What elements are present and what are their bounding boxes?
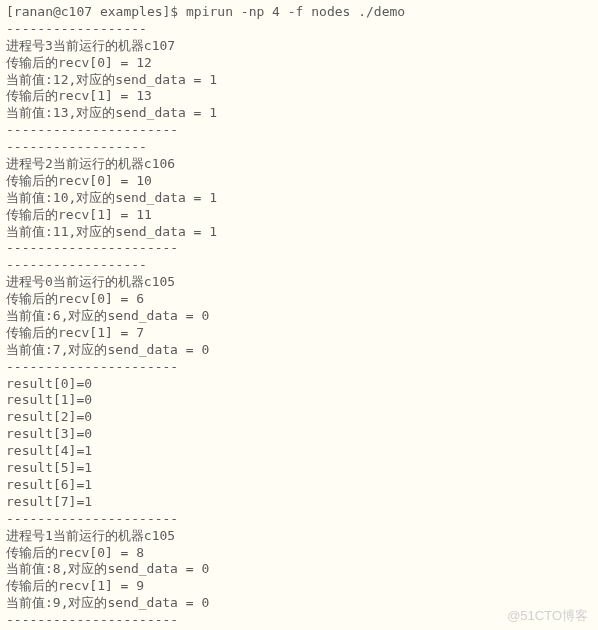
- output-line: 当前值:9,对应的send_data = 0: [6, 595, 592, 612]
- output-line: 传输后的recv[0] = 12: [6, 55, 592, 72]
- result-line: result[0]=0: [6, 376, 592, 393]
- result-line: result[5]=1: [6, 460, 592, 477]
- result-line: result[1]=0: [6, 392, 592, 409]
- separator: ------------------: [6, 257, 592, 274]
- proc-header: 进程号1当前运行的机器c105: [6, 528, 592, 545]
- separator: ----------------------: [6, 359, 592, 376]
- output-line: 传输后的recv[0] = 8: [6, 545, 592, 562]
- separator: ----------------------: [6, 511, 592, 528]
- result-line: result[2]=0: [6, 409, 592, 426]
- shell-prompt: [ranan@c107 examples]$ mpirun -np 4 -f n…: [6, 4, 592, 21]
- output-line: 传输后的recv[1] = 13: [6, 88, 592, 105]
- output-line: 传输后的recv[1] = 11: [6, 207, 592, 224]
- output-line: 当前值:6,对应的send_data = 0: [6, 308, 592, 325]
- output-line: 传输后的recv[0] = 6: [6, 291, 592, 308]
- output-line: 当前值:12,对应的send_data = 1: [6, 72, 592, 89]
- output-line: 传输后的recv[1] = 9: [6, 578, 592, 595]
- result-line: result[3]=0: [6, 426, 592, 443]
- result-line: result[6]=1: [6, 477, 592, 494]
- output-line: 传输后的recv[0] = 10: [6, 173, 592, 190]
- output-line: 传输后的recv[1] = 7: [6, 325, 592, 342]
- output-line: 当前值:7,对应的send_data = 0: [6, 342, 592, 359]
- output-line: 当前值:11,对应的send_data = 1: [6, 224, 592, 241]
- proc-header: 进程号2当前运行的机器c106: [6, 156, 592, 173]
- proc-header: 进程号0当前运行的机器c105: [6, 274, 592, 291]
- separator: ------------------: [6, 21, 592, 38]
- result-line: result[4]=1: [6, 443, 592, 460]
- separator: ----------------------: [6, 612, 592, 629]
- separator: ----------------------: [6, 240, 592, 257]
- output-line: 当前值:13,对应的send_data = 1: [6, 105, 592, 122]
- proc-header: 进程号3当前运行的机器c107: [6, 38, 592, 55]
- separator: ----------------------: [6, 122, 592, 139]
- separator: ------------------: [6, 139, 592, 156]
- result-line: result[7]=1: [6, 494, 592, 511]
- output-line: 当前值:10,对应的send_data = 1: [6, 190, 592, 207]
- output-line: 当前值:8,对应的send_data = 0: [6, 561, 592, 578]
